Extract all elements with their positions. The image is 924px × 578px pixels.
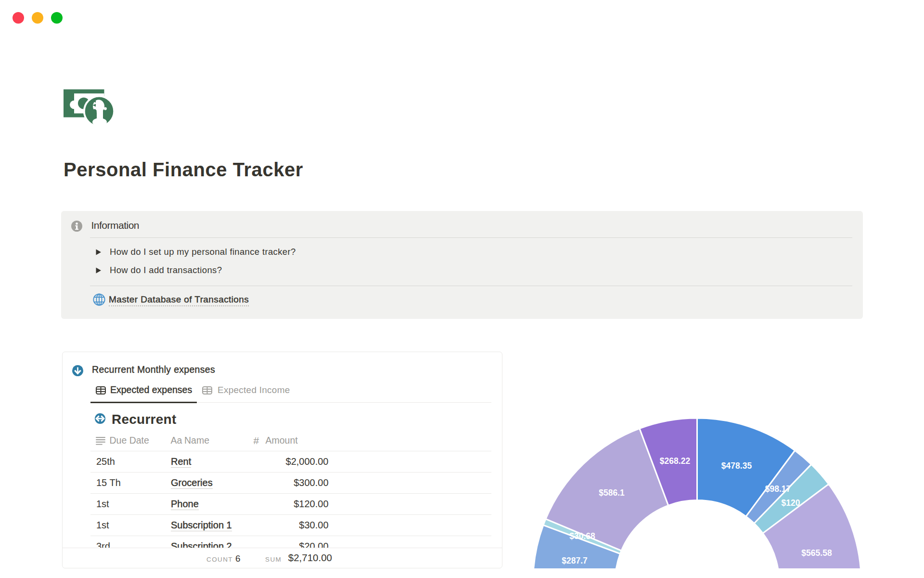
svg-text:$98.17: $98.17	[765, 484, 791, 494]
svg-text:$478.35: $478.35	[721, 461, 752, 471]
svg-text:$30.68: $30.68	[569, 531, 595, 541]
svg-text:$565.58: $565.58	[801, 548, 832, 558]
svg-text:$120: $120	[782, 498, 800, 508]
svg-text:$287.7: $287.7	[562, 556, 588, 565]
svg-text:$268.22: $268.22	[660, 456, 691, 466]
svg-text:$586.1: $586.1	[599, 488, 625, 498]
